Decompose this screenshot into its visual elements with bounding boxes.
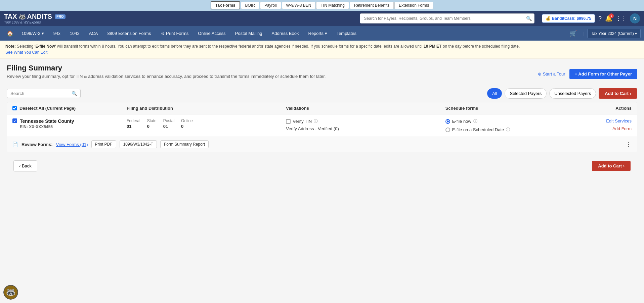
payer-main: ✓ Tennessee State County EIN: XX-XXX5455…: [7, 114, 637, 137]
logo-raccoon-icon: 🦝: [18, 13, 26, 20]
add-form-link[interactable]: Add Form: [612, 126, 632, 131]
postal-count: Postal 01: [163, 118, 174, 129]
col-validations: Validations: [286, 106, 445, 111]
filter-selected-payers-button[interactable]: Selected Payers: [505, 88, 547, 99]
payer-name-col: ✓ Tennessee State County EIN: XX-XXX5455: [12, 118, 127, 129]
col-filing-distribution: Filing and Distribution: [127, 106, 286, 111]
filter-bar: 🔍 All Selected Payers Unselected Payers …: [7, 88, 637, 99]
nav-aca[interactable]: ACA: [84, 27, 103, 40]
view-forms-link[interactable]: View Forms (01): [56, 142, 88, 147]
see-what-you-can-edit-link[interactable]: See What You Can Edit: [5, 50, 47, 55]
page-header-row: Filing Summary Review your filing summar…: [7, 64, 637, 84]
pro-badge: PRO: [55, 14, 66, 19]
review-forms-label: Review Forms:: [22, 142, 52, 147]
verify-address-item: Verify Address - Verified (0): [286, 126, 445, 131]
nav-1042[interactable]: 1042: [65, 27, 84, 40]
top-nav-bar: Tax Forms BOIR Payroll W-9/W-8 BEN TIN M…: [0, 0, 644, 11]
efile-now-radio[interactable]: [445, 119, 450, 124]
nav-print-forms[interactable]: 🖨 Print Forms: [156, 27, 193, 40]
notification-count: 1: [609, 13, 614, 18]
edit-services-link[interactable]: Edit Services: [606, 118, 632, 123]
nav-online-access[interactable]: Online Access: [193, 27, 230, 40]
nav-address-book[interactable]: Address Book: [267, 27, 304, 40]
col-schedule-forms: Schedule forms: [445, 106, 605, 111]
search-icon: 🔍: [72, 91, 77, 96]
validations-col: Verify TIN ⓘ Verify Address - Verified (…: [286, 118, 445, 131]
add-form-other-payer-button[interactable]: + Add Form for Other Payer: [569, 69, 637, 79]
nav-1099-w2[interactable]: 1099/W-2 ▾: [17, 27, 49, 40]
table-header: Deselect All (Current Page) Filing and D…: [7, 102, 637, 114]
tax-year-selector[interactable]: Tax Year 2024 (Current) ▾: [587, 29, 641, 38]
verify-tin-item: Verify TIN ⓘ: [286, 118, 445, 124]
logo[interactable]: TAX 🦝 ANDITS PRO: [4, 13, 66, 20]
bandit-cash-label: BanditCash: $996.75: [552, 16, 591, 21]
notice-text: Note: Selecting 'E-file Now' will transm…: [5, 44, 520, 49]
add-to-cart-bottom-button[interactable]: Add to Cart ›: [592, 161, 631, 171]
payer-row: ✓ Tennessee State County EIN: XX-XXX5455…: [7, 114, 637, 152]
start-tour-link[interactable]: ⊕ Start a Tour: [538, 71, 565, 77]
help-button[interactable]: ?: [598, 15, 602, 22]
home-button[interactable]: 🏠: [3, 26, 17, 41]
logo-sub: Your 1099 & W2 Experts: [4, 20, 66, 24]
payer-search-input[interactable]: [10, 91, 70, 96]
payer-name-area-inner: Tennessee State County EIN: XX-XXX5455: [20, 118, 74, 129]
top-nav-extension[interactable]: Extension Forms: [394, 2, 433, 9]
nav-94x[interactable]: 94x: [49, 27, 65, 40]
back-button[interactable]: ‹ Back: [13, 160, 37, 171]
efile-now-label: E-file now: [452, 119, 471, 124]
user-avatar[interactable]: N: [630, 13, 640, 23]
filter-unselected-payers-button[interactable]: Unselected Payers: [549, 88, 596, 99]
second-nav: 🏠 1099/W-2 ▾ 94x 1042 ACA 8809 Extension…: [0, 26, 644, 41]
bandit-cash-button[interactable]: 💰 BanditCash: $996.75: [542, 14, 595, 23]
online-count: Online 0: [181, 118, 193, 129]
notifications-button[interactable]: 🔔 1: [605, 15, 612, 22]
nav-postal-mailing[interactable]: Postal Mailing: [230, 27, 267, 40]
main-content: Filing Summary Review your filing summar…: [0, 58, 644, 182]
global-search-button[interactable]: 🔍: [526, 16, 532, 21]
cart-icon[interactable]: 🛒: [565, 27, 581, 41]
efile-scheduled-item: E-file on a Scheduled Date ⓘ: [445, 127, 605, 133]
deselect-all-area: Deselect All (Current Page): [12, 106, 127, 111]
nav-templates[interactable]: Templates: [332, 27, 361, 40]
header-actions: 💰 BanditCash: $996.75 ? 🔔 1 ⋮⋮ N: [542, 13, 640, 23]
logo-area: TAX 🦝 ANDITS PRO Your 1099 & W2 Experts: [4, 13, 66, 24]
more-options-icon[interactable]: ⋮: [626, 141, 632, 148]
efile-scheduled-radio[interactable]: [445, 128, 450, 132]
filing-table: Deselect All (Current Page) Filing and D…: [7, 102, 637, 152]
nav-8809[interactable]: 8809 Extension Forms: [102, 27, 156, 40]
top-nav-retirement[interactable]: Retirement Benefits: [350, 2, 394, 9]
print-pdf-button[interactable]: Print PDF: [91, 140, 116, 148]
top-nav-boir[interactable]: BOIR: [241, 2, 259, 9]
verify-tin-checkbox[interactable]: [286, 119, 291, 124]
deselect-all-checkbox[interactable]: [12, 106, 17, 110]
schedule-col: E-file now ⓘ E-file on a Scheduled Date …: [445, 118, 605, 133]
efile-now-item: E-file now ⓘ: [445, 118, 605, 124]
filter-all-button[interactable]: All: [487, 88, 502, 99]
filing-distribution-col: Federal 01 State 0 Postal 01 Online 0: [127, 118, 286, 129]
verify-tin-label: Verify TIN: [293, 119, 312, 124]
apps-button[interactable]: ⋮⋮: [616, 15, 627, 22]
top-nav-payroll[interactable]: Payroll: [260, 2, 281, 9]
efile-now-info-icon[interactable]: ⓘ: [473, 118, 477, 124]
payer-checkbox[interactable]: ✓: [12, 118, 17, 123]
page-subtitle: Review your filing summary, opt for TIN …: [7, 74, 326, 79]
bottom-bar: ‹ Back Add to Cart ›: [7, 155, 637, 177]
page-header-actions: ⊕ Start a Tour + Add Form for Other Paye…: [538, 69, 637, 79]
federal-count: Federal 01: [127, 118, 140, 129]
page-title-area: Filing Summary Review your filing summar…: [7, 64, 326, 84]
form-summary-report-button[interactable]: Form Summary Report: [160, 140, 209, 148]
tin-info-icon[interactable]: ⓘ: [314, 118, 318, 124]
top-nav-tin-matching[interactable]: TIN Matching: [316, 2, 349, 9]
nav-reports[interactable]: Reports ▾: [304, 27, 332, 40]
payer-search-area: 🔍: [7, 89, 81, 98]
payer-ein: EIN: XX-XXX5455: [20, 124, 74, 129]
logo-tax: TAX: [4, 13, 17, 20]
global-search-area: 🔍: [360, 13, 534, 23]
add-to-cart-top-button[interactable]: Add to Cart ›: [599, 88, 637, 99]
top-nav-tax-forms[interactable]: Tax Forms: [211, 1, 240, 9]
global-search-input[interactable]: [360, 13, 534, 23]
top-nav-w9[interactable]: W-9/W-8 BEN: [282, 2, 316, 9]
scheduled-info-icon[interactable]: ⓘ: [506, 127, 510, 133]
actions-col: Edit Services Add Form: [605, 118, 632, 131]
1096-w3-1042t-button[interactable]: 1096/W3/1042-T: [120, 140, 157, 148]
